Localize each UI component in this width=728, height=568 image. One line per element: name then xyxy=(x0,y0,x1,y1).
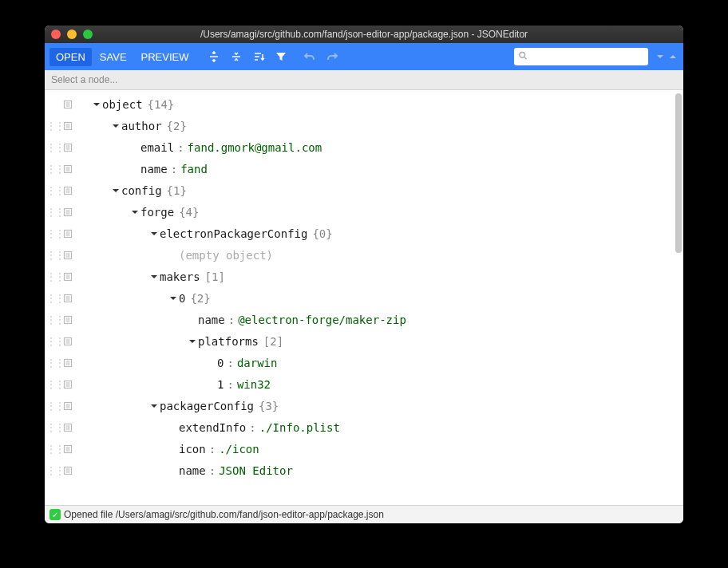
preview-button[interactable]: PREVIEW xyxy=(135,48,196,66)
filter-icon[interactable] xyxy=(271,46,291,67)
tree-row[interactable]: ⋮⋮packagerConfig{3} xyxy=(45,395,672,416)
tree-row[interactable]: ⋮⋮platforms[2] xyxy=(45,330,672,352)
row-menu-icon[interactable] xyxy=(61,315,75,325)
row-menu-icon[interactable] xyxy=(61,164,75,174)
node-value[interactable]: ./Info.plist xyxy=(259,421,340,434)
collapse-all-icon[interactable] xyxy=(226,46,247,67)
caret-icon[interactable] xyxy=(187,337,198,345)
row-menu-icon[interactable] xyxy=(61,250,75,260)
drag-handle-icon[interactable]: ⋮⋮ xyxy=(49,164,61,175)
row-menu-icon[interactable] xyxy=(61,272,75,282)
node-key[interactable]: name xyxy=(179,464,206,477)
row-menu-icon[interactable] xyxy=(61,186,75,195)
node-key[interactable]: icon xyxy=(179,443,206,456)
drag-handle-icon[interactable]: ⋮⋮ xyxy=(49,444,61,455)
row-menu-icon[interactable] xyxy=(61,358,75,368)
node-value[interactable]: @electron-forge/maker-zip xyxy=(238,314,406,326)
tree-row[interactable]: ⋮⋮config{1} xyxy=(45,179,672,201)
caret-icon[interactable] xyxy=(148,273,160,281)
row-menu-icon[interactable] xyxy=(61,423,75,432)
tree-row[interactable]: ⋮⋮1:win32 xyxy=(45,373,672,395)
node-value[interactable]: darwin xyxy=(237,357,278,369)
tree-row[interactable]: object{14} xyxy=(45,93,672,115)
tree-row[interactable]: ⋮⋮name:fand xyxy=(45,158,672,179)
redo-icon[interactable] xyxy=(322,46,342,67)
row-menu-icon[interactable] xyxy=(61,466,75,475)
node-key[interactable]: 0 xyxy=(179,292,185,305)
save-button[interactable]: SAVE xyxy=(93,48,133,66)
expand-all-icon[interactable] xyxy=(204,46,224,67)
drag-handle-icon[interactable]: ⋮⋮ xyxy=(49,314,61,325)
drag-handle-icon[interactable]: ⋮⋮ xyxy=(49,293,61,304)
tree-row[interactable]: ⋮⋮icon:./icon xyxy=(45,438,672,460)
caret-icon[interactable] xyxy=(110,122,121,130)
drag-handle-icon[interactable]: ⋮⋮ xyxy=(49,336,61,347)
json-tree[interactable]: object{14}⋮⋮author{2}⋮⋮email:fand.gmork@… xyxy=(45,90,672,505)
node-selector[interactable]: Select a node... xyxy=(45,70,683,90)
node-key[interactable]: object xyxy=(102,98,143,111)
tree-row[interactable]: ⋮⋮makers[1] xyxy=(45,266,672,287)
drag-handle-icon[interactable]: ⋮⋮ xyxy=(49,400,61,412)
undo-icon[interactable] xyxy=(299,46,320,67)
drag-handle-icon[interactable]: ⋮⋮ xyxy=(49,465,61,476)
row-menu-icon[interactable] xyxy=(61,207,75,217)
node-value[interactable]: fand xyxy=(180,163,208,176)
caret-icon[interactable] xyxy=(91,101,102,108)
drag-handle-icon[interactable]: ⋮⋮ xyxy=(49,185,61,196)
node-key[interactable]: 1 xyxy=(217,378,224,391)
caret-icon[interactable] xyxy=(148,230,160,238)
minimize-window-button[interactable] xyxy=(67,30,77,39)
node-value[interactable]: win32 xyxy=(237,378,271,391)
node-key[interactable]: name xyxy=(198,314,225,326)
tree-row[interactable]: ⋮⋮extendInfo:./Info.plist xyxy=(45,416,672,438)
drag-handle-icon[interactable]: ⋮⋮ xyxy=(49,422,61,433)
caret-icon[interactable] xyxy=(148,402,160,410)
node-key[interactable]: author xyxy=(121,120,162,132)
row-menu-icon[interactable] xyxy=(61,444,75,454)
node-value[interactable]: ./icon xyxy=(219,443,259,456)
open-button[interactable]: OPEN xyxy=(49,48,92,66)
search-next-icon[interactable] xyxy=(655,51,666,62)
node-key[interactable]: config xyxy=(121,184,162,197)
fullscreen-window-button[interactable] xyxy=(83,30,93,39)
node-value[interactable]: fand.gmork@gmail.com xyxy=(188,141,322,154)
row-menu-icon[interactable] xyxy=(61,337,75,346)
drag-handle-icon[interactable]: ⋮⋮ xyxy=(49,379,61,390)
tree-row[interactable]: ⋮⋮electronPackagerConfig{0} xyxy=(45,223,672,244)
search-prev-icon[interactable] xyxy=(667,51,679,62)
drag-handle-icon[interactable]: ⋮⋮ xyxy=(49,120,61,132)
drag-handle-icon[interactable]: ⋮⋮ xyxy=(49,250,61,261)
node-key[interactable]: platforms xyxy=(198,335,259,348)
scrollbar[interactable] xyxy=(675,93,682,253)
drag-handle-icon[interactable]: ⋮⋮ xyxy=(49,271,61,282)
tree-row[interactable]: ⋮⋮forge{4} xyxy=(45,201,672,223)
drag-handle-icon[interactable]: ⋮⋮ xyxy=(49,228,61,239)
tree-row[interactable]: ⋮⋮name:@electron-forge/maker-zip xyxy=(45,309,672,330)
search-input[interactable] xyxy=(514,48,648,65)
node-key[interactable]: makers xyxy=(160,270,200,283)
sort-icon[interactable] xyxy=(248,46,269,67)
row-menu-icon[interactable] xyxy=(61,401,75,411)
caret-icon[interactable] xyxy=(129,208,140,216)
tree-row[interactable]: ⋮⋮0{2} xyxy=(45,287,672,309)
drag-handle-icon[interactable]: ⋮⋮ xyxy=(49,357,61,369)
node-key[interactable]: email xyxy=(140,141,174,154)
tree-row[interactable]: ⋮⋮author{2} xyxy=(45,115,672,136)
node-key[interactable]: electronPackagerConfig xyxy=(160,227,307,240)
row-menu-icon[interactable] xyxy=(61,143,75,152)
row-menu-icon[interactable] xyxy=(61,380,75,389)
row-menu-icon[interactable] xyxy=(61,121,75,131)
tree-row[interactable]: ⋮⋮0:darwin xyxy=(45,352,672,373)
tree-row[interactable]: ⋮⋮(empty object) xyxy=(45,244,672,266)
node-key[interactable]: extendInfo xyxy=(179,421,246,434)
node-key[interactable]: forge xyxy=(140,206,174,219)
tree-row[interactable]: ⋮⋮name:JSON Editor xyxy=(45,460,672,481)
node-key[interactable]: packagerConfig xyxy=(160,400,254,412)
drag-handle-icon[interactable]: ⋮⋮ xyxy=(49,207,61,218)
row-menu-icon[interactable] xyxy=(61,100,75,109)
node-key[interactable]: 0 xyxy=(217,357,224,369)
close-window-button[interactable] xyxy=(51,30,61,39)
tree-row[interactable]: ⋮⋮email:fand.gmork@gmail.com xyxy=(45,136,672,158)
caret-icon[interactable] xyxy=(168,294,179,302)
row-menu-icon[interactable] xyxy=(61,229,75,239)
